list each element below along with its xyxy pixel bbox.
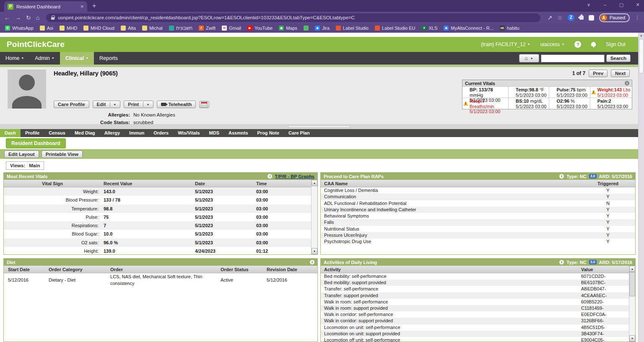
tab-search-icon[interactable]: ∨ <box>586 2 592 8</box>
close-window-icon[interactable]: ✕ <box>635 2 641 8</box>
printable-view-button[interactable]: Printable View <box>42 150 83 158</box>
info-icon[interactable]: i <box>559 174 564 179</box>
tab-orders[interactable]: Orders <box>149 129 173 137</box>
bookmark-star-icon[interactable]: ☆ <box>557 15 563 21</box>
tpr-bp-graphs-link[interactable]: T/P/R - BP Graphs <box>275 174 314 179</box>
splitter-grip-icon[interactable] <box>288 125 350 128</box>
scroll-down-icon[interactable]: ▼ <box>629 335 635 342</box>
nav-item-clinical[interactable]: Clinical▼ <box>60 52 94 65</box>
bookmark-item[interactable]: ✆WhatsApp <box>5 26 34 31</box>
edit-layout-button[interactable]: Edit Layout <box>4 150 39 158</box>
scroll-up-icon[interactable]: ▲ <box>629 266 635 272</box>
scroll-up-icon[interactable]: ▲ <box>639 33 644 38</box>
tab-close-icon[interactable]: ✕ <box>80 4 84 9</box>
calendar-button[interactable] <box>199 101 209 108</box>
bookmark-item[interactable]: Michal <box>142 26 163 31</box>
brand-mark: ’ <box>65 41 65 45</box>
bookmark-item[interactable]: ◉Maps <box>279 26 297 31</box>
tab-wts-vitals[interactable]: Wts/Vitals <box>173 129 204 137</box>
notifications-bell-icon[interactable] <box>591 42 596 46</box>
share-icon[interactable]: ↗ <box>547 15 552 21</box>
info-icon[interactable]: i <box>267 174 272 179</box>
tab-prog-note[interactable]: Prog Note <box>253 129 284 137</box>
adl-scrollbar[interactable]: ▲ ▼ <box>629 266 635 342</box>
bookmark-item[interactable]: Label Studio EU <box>375 26 415 31</box>
folder-icon <box>142 26 147 31</box>
facility-selector[interactable]: (train) FACILITY_12▼ <box>481 41 530 47</box>
tab-profile[interactable]: Profile <box>21 129 44 137</box>
cell: Urinary Incontinence and Indwelling Cath… <box>321 207 581 213</box>
tab-mds[interactable]: MDS <box>205 129 224 137</box>
tab-allergy[interactable]: Allergy <box>100 129 125 137</box>
bookmark-item[interactable]: obhabitu <box>500 26 519 31</box>
browser-tab[interactable]: P Resident Dashboard ✕ <box>4 1 87 12</box>
back-icon[interactable]: ← <box>4 15 10 21</box>
bookmark-item[interactable]: ◆Jira <box>315 26 330 31</box>
reload-icon[interactable]: ↻ <box>26 15 31 21</box>
bookmark-item[interactable]: Asi <box>40 26 53 31</box>
bookmark-item[interactable]: חשבונית <box>169 26 192 31</box>
cell: 5/1/2023 <box>192 221 254 230</box>
bookmark-item[interactable]: ZZwift <box>199 26 216 31</box>
tab-dash[interactable]: Dash <box>0 129 21 137</box>
home-icon[interactable]: ⌂ <box>36 15 39 21</box>
sign-out-link[interactable]: Sign Out <box>606 41 626 47</box>
tab-assmnts[interactable]: Assmnts <box>224 129 252 137</box>
cell: 5/1/2023 <box>192 187 254 196</box>
views-selector[interactable]: Views:Main <box>6 161 44 170</box>
edit-button[interactable]: Edit▼ <box>93 101 121 108</box>
info-icon[interactable]: i <box>559 260 564 264</box>
bookmark-item[interactable]: ◆MyAltaConnect - R... <box>444 26 493 31</box>
assessment-type: Type: NC <box>566 260 586 265</box>
table-row: O2 sats:96.0 %5/1/202303:00 <box>4 238 311 247</box>
tab-census[interactable]: Census <box>44 129 70 137</box>
search-button[interactable]: Search <box>606 54 631 62</box>
help-icon[interactable]: ? <box>574 41 581 48</box>
bookmark-item[interactable]: Alta <box>121 26 136 31</box>
print-dropdown-icon[interactable]: ▼ <box>143 102 149 107</box>
page-scrollbar[interactable]: ▲ <box>638 33 644 342</box>
next-resident-button[interactable]: Next <box>611 70 630 77</box>
new-tab-button[interactable]: + <box>92 2 96 10</box>
edit-dropdown-icon[interactable]: ▼ <box>110 102 116 107</box>
bookmark-item[interactable]: MHD <box>60 26 77 31</box>
tab-resident-dashboard[interactable]: Resident Dashboard <box>6 138 66 148</box>
care-profile-button[interactable]: Care Profile <box>54 101 89 108</box>
extension-z-icon[interactable]: Z <box>568 14 574 21</box>
info-icon[interactable]: i <box>310 260 314 264</box>
nav-item-reports[interactable]: Reports <box>94 52 123 65</box>
minimize-icon[interactable]: – <box>602 2 608 8</box>
tab-med-diag[interactable]: Med Diag <box>70 129 100 137</box>
quick-nav-dropdown[interactable]: ⌂▼ <box>519 54 539 62</box>
bookmark-item[interactable] <box>304 26 309 31</box>
user-menu[interactable]: uiaccess▼ <box>540 41 565 47</box>
print-button[interactable]: Print▼ <box>124 101 153 108</box>
maximize-icon[interactable]: ▢ <box>618 2 624 8</box>
address-bar[interactable]: usnpint.pointclickcare.com/admin/client/… <box>46 13 540 22</box>
scrollbar-thumb[interactable] <box>629 272 635 296</box>
tab-immun[interactable]: Immun <box>125 129 149 137</box>
bookmark-item[interactable]: XXLS <box>421 26 437 31</box>
nav-item-home[interactable]: Home▼ <box>0 52 29 65</box>
vitals-scrollbar[interactable]: ▲ ▼ <box>311 180 317 254</box>
bookmark-item[interactable]: MHD Cloud <box>83 26 114 31</box>
scroll-up-icon[interactable]: ▲ <box>312 180 317 186</box>
info-icon[interactable]: i <box>625 81 629 86</box>
extension-square-icon[interactable] <box>589 15 594 21</box>
browser-profile-button[interactable]: A Paused <box>599 13 630 22</box>
global-search-input[interactable] <box>541 54 605 62</box>
browser-menu-icon[interactable]: ⋮ <box>635 15 640 21</box>
extensions-puzzle-icon[interactable] <box>579 16 584 20</box>
forward-icon[interactable]: → <box>15 15 21 21</box>
scrollbar-thumb[interactable] <box>639 39 644 73</box>
nav-item-admin[interactable]: Admin▼ <box>29 52 60 65</box>
bookmark-item[interactable]: Label Studio <box>336 26 369 31</box>
column-header: Order Category <box>44 267 106 272</box>
bookmark-item[interactable]: MGmail <box>222 26 241 31</box>
tab-care-plan[interactable]: Care Plan <box>284 129 314 137</box>
section-splitter[interactable] <box>0 124 638 129</box>
prev-resident-button[interactable]: Prev <box>589 70 608 77</box>
telehealth-button[interactable]: Telehealth <box>157 101 196 108</box>
bookmark-item[interactable]: ▶YouTube <box>247 26 273 31</box>
scroll-down-icon[interactable]: ▼ <box>312 248 317 254</box>
